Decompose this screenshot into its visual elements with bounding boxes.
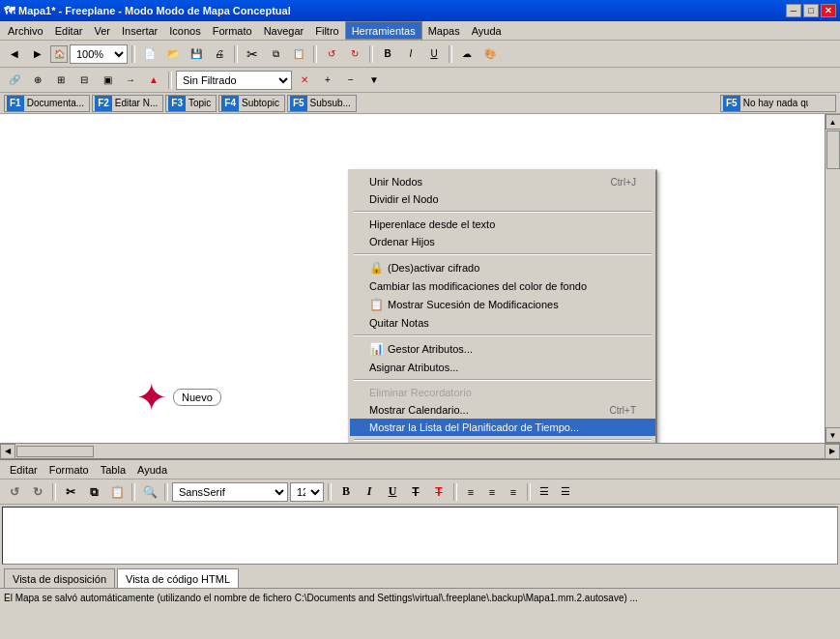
f1-label: Documenta... [24,98,87,108]
underline-tb[interactable]: U [423,44,445,64]
menu-formato[interactable]: Formato [207,21,258,40]
align-center-button[interactable]: ≡ [482,483,502,501]
menu-iconos[interactable]: Iconos [163,21,206,40]
menu-archivo[interactable]: Archivo [2,21,49,40]
editor-menu-editar[interactable]: Editar [4,460,43,479]
hscroll-left-button[interactable]: ◀ [0,444,15,459]
link-btn[interactable]: 🔗 [4,71,25,90]
copy-editor-button[interactable]: ⧉ [83,482,104,502]
minimize-button[interactable]: ─ [786,4,801,17]
underline-editor-button[interactable]: U [382,482,403,502]
menu-hiperenlace[interactable]: Hiperenlace desde el texto [350,216,655,233]
bold-editor-button[interactable]: B [335,482,357,502]
italic-tb[interactable]: I [400,44,421,64]
arrow-btn[interactable]: → [120,71,141,90]
filter-remove-btn[interactable]: − [340,71,362,90]
menu-mapas[interactable]: Mapas [422,21,466,40]
list-ordered-button[interactable]: ☰ [556,483,575,501]
menu-asignar-atributos[interactable]: Asignar Atributos... [350,359,655,376]
menu-navegar[interactable]: Navegar [258,21,310,40]
f4-button[interactable]: F4 Subtopic [218,95,285,112]
filter-option-btn[interactable]: ▼ [363,71,385,90]
node-btn[interactable]: ⊕ [27,71,48,90]
open-button[interactable]: 📂 [162,44,184,64]
tab-vista-html[interactable]: Vista de código HTML [117,568,239,588]
back-button[interactable]: ◀ [4,44,25,64]
editor-content-area[interactable] [2,507,838,565]
zoom-in-editor[interactable]: 🔍 [139,482,160,502]
save-button[interactable]: 💾 [186,44,207,64]
color-btn[interactable]: 🎨 [479,44,501,64]
collapse-btn[interactable]: ⊟ [73,71,95,90]
tab-vista-disposicion[interactable]: Vista de disposición [4,568,115,588]
font-size-selector[interactable]: 12 [290,482,324,502]
paste-editor-button[interactable]: 📋 [106,482,128,502]
menu-sucesion[interactable]: 📋 Mostrar Sucesión de Modificaciones [350,295,655,314]
editor-menu-ayuda[interactable]: Ayuda [131,460,173,479]
menu-filtro[interactable]: Filtro [309,21,344,40]
right-fkey-button[interactable]: F5 No hay nada que h... [720,95,836,112]
f5-label: Subsub... [307,98,354,108]
separator-d [354,379,652,381]
menu-color-fondo[interactable]: Cambiar las modificaciones del color de … [350,277,655,295]
menu-eliminar-recordatorio: Eliminar Recordatorio [350,384,655,401]
menu-cifrado[interactable]: 🔒 (Des)activar cifrado [350,258,655,277]
menu-quitar-notas[interactable]: Quitar Notas [350,314,655,332]
editor-menu-formato[interactable]: Formato [43,460,95,479]
strikethrough2-editor-button[interactable]: T [428,482,449,502]
redo-editor-button[interactable]: ↻ [27,482,48,502]
list-unordered-button[interactable]: ☰ [535,483,554,501]
undo-button[interactable]: ↺ [321,44,342,64]
menu-ver[interactable]: Ver [88,21,116,40]
strikethrough-editor-button[interactable]: T [405,482,426,502]
zoom-combo[interactable]: 100% [70,44,128,64]
color2-btn[interactable]: ▲ [143,71,164,90]
paste-button[interactable]: 📋 [288,44,309,64]
fold-btn[interactable]: ▣ [97,71,118,90]
expand-btn[interactable]: ⊞ [50,71,72,90]
horizontal-scrollbar[interactable]: ◀ ▶ [0,443,840,458]
filter-combo[interactable]: Sin Filtrado [176,71,292,90]
print-button[interactable]: 🖨 [209,44,230,64]
menu-editar[interactable]: Editar [49,21,89,40]
menu-ordenar[interactable]: Ordenar Hijos [350,233,655,250]
cut-editor-button[interactable]: ✂ [60,482,81,502]
menu-ayuda[interactable]: Ayuda [466,21,507,40]
f2-button[interactable]: F2 Editar N... [92,95,163,112]
cut-button[interactable]: ✂ [242,44,263,64]
forward-button[interactable]: ▶ [27,44,48,64]
cloud-btn[interactable]: ☁ [456,44,478,64]
f5-button[interactable]: F5 Subsub... [287,95,357,112]
f1-button[interactable]: F1 Documenta... [4,95,90,112]
vertical-scrollbar[interactable]: ▲ ▼ [825,114,840,443]
close-button[interactable]: ✕ [821,4,836,17]
align-left-button[interactable]: ≡ [461,483,480,501]
hscroll-thumb[interactable] [16,446,94,457]
hscroll-right-button[interactable]: ▶ [825,444,840,459]
maximize-button[interactable]: □ [803,4,819,17]
undo-editor-button[interactable]: ↺ [4,482,25,502]
lock-icon: 🔒 [369,261,384,275]
filter-apply-btn[interactable]: ✕ [294,71,315,90]
redo-button[interactable]: ↻ [344,44,365,64]
menu-insertar[interactable]: Insertar [116,21,163,40]
menu-unir-nodos[interactable]: Unir Nodos Ctrl+J [350,173,655,190]
menu-herramientas[interactable]: Herramientas [345,21,422,40]
align-right-button[interactable]: ≡ [504,483,523,501]
new-button[interactable]: 📄 [139,44,160,64]
home-button[interactable]: 🏠 [50,45,68,63]
menu-mostrar-calendario[interactable]: Mostrar Calendario... Ctrl+T [350,401,655,419]
scroll-up-button[interactable]: ▲ [826,114,841,130]
f3-button[interactable]: F3 Topic [165,95,217,112]
filter-add-btn[interactable]: + [317,71,338,90]
font-selector[interactable]: SansSerif [172,482,288,502]
menu-planificador[interactable]: Mostrar la Lista del Planificador de Tie… [350,419,655,436]
copy-button[interactable]: ⧉ [265,44,286,64]
editor-menu-tabla[interactable]: Tabla [95,460,131,479]
scroll-down-button[interactable]: ▼ [826,427,841,443]
italic-editor-button[interactable]: I [359,482,380,502]
bold-tb[interactable]: B [377,44,398,64]
scroll-thumb[interactable] [826,131,840,169]
menu-gestor-atributos[interactable]: 📊 Gestor Atributos... [350,339,655,359]
menu-dividir-nodo[interactable]: Dividir el Nodo [350,190,655,208]
